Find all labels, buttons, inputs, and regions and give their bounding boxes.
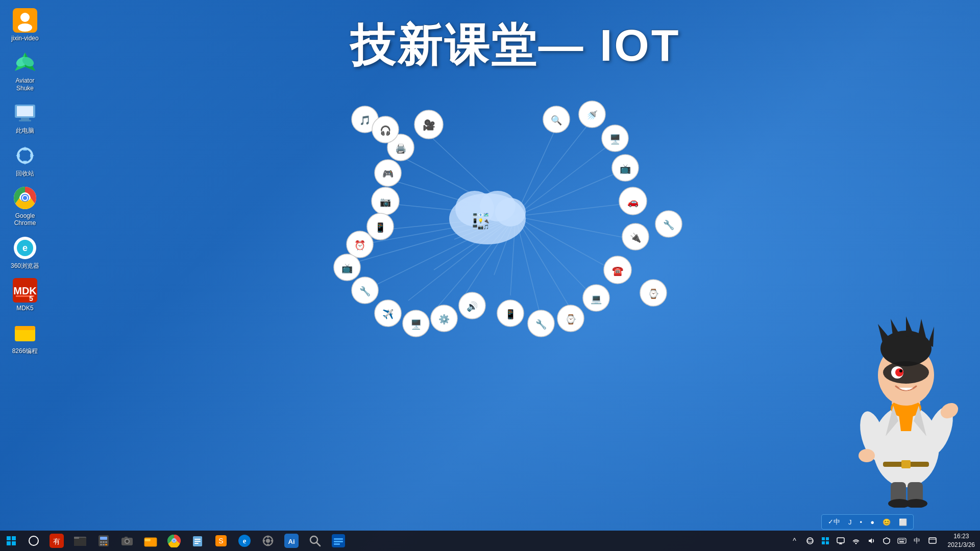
svg-text:🎥: 🎥 xyxy=(423,119,435,131)
chrome-label: GoogleChrome xyxy=(14,212,36,227)
desktop-icon-aviator-shuke[interactable]: AviatorShuke xyxy=(3,47,47,95)
tray-ime-cn[interactable]: 中 xyxy=(910,531,924,551)
tray-keyboard[interactable] xyxy=(895,531,909,551)
taskbar-search-button[interactable] xyxy=(22,531,45,551)
svg-text:🔍: 🔍 xyxy=(551,115,562,126)
taskbar: 有 xyxy=(0,531,980,551)
svg-point-166 xyxy=(173,540,175,542)
svg-text:📱💡🔌: 📱💡🔌 xyxy=(472,218,489,224)
8266-label: 8266编程 xyxy=(12,347,38,355)
ime-j[interactable]: J xyxy=(846,517,854,527)
svg-rect-168 xyxy=(194,539,201,540)
character-figure xyxy=(842,293,970,508)
svg-rect-161 xyxy=(144,539,151,541)
taskbar-camera[interactable] xyxy=(115,531,139,551)
taskbar-ai[interactable]: Ai xyxy=(280,531,303,551)
svg-rect-182 xyxy=(334,538,343,540)
svg-text:🖨️: 🖨️ xyxy=(395,143,407,154)
taskbar-app2[interactable]: S xyxy=(209,531,233,551)
desktop-icon-computer[interactable]: 此电脑 xyxy=(3,97,47,137)
svg-rect-169 xyxy=(194,541,201,542)
taskbar-blue-app[interactable] xyxy=(327,531,350,551)
svg-text:⌚: ⌚ xyxy=(565,314,577,325)
svg-text:🔊: 🔊 xyxy=(467,301,478,312)
svg-rect-153 xyxy=(103,544,105,545)
taskbar-chrome[interactable] xyxy=(162,531,186,551)
character-svg xyxy=(842,293,970,508)
ime-box[interactable]: ⬜ xyxy=(897,517,909,527)
svg-text:MDK: MDK xyxy=(13,285,37,296)
tray-monitor[interactable] xyxy=(834,531,848,551)
svg-point-14 xyxy=(23,196,27,200)
svg-rect-145 xyxy=(74,538,86,546)
taskbar-files[interactable] xyxy=(139,531,162,551)
svg-point-193 xyxy=(855,543,856,544)
start-button[interactable] xyxy=(0,531,22,551)
clock-date: 2021/3/26 xyxy=(948,541,975,549)
tray-network[interactable] xyxy=(803,531,817,551)
svg-rect-187 xyxy=(826,537,829,540)
taskbar-search-app[interactable] xyxy=(303,531,327,551)
taskbar-file-explorer[interactable] xyxy=(68,531,92,551)
360browser-label: 360浏览器 xyxy=(11,262,39,269)
tray-notification[interactable] xyxy=(925,531,940,551)
clock-time: 16:23 xyxy=(953,532,969,541)
desktop-icon-8266[interactable]: 8266编程 xyxy=(3,318,47,358)
taskbar-app1[interactable] xyxy=(186,531,209,551)
tray-windows[interactable] xyxy=(818,531,832,551)
desktop-icon-recycle[interactable]: 回收站 xyxy=(3,140,47,180)
svg-text:🔧: 🔧 xyxy=(359,286,371,297)
svg-text:🚗: 🚗 xyxy=(627,196,639,208)
recycle-label: 回收站 xyxy=(16,170,34,177)
tray-shield[interactable] xyxy=(879,531,894,551)
tray-wifi[interactable] xyxy=(849,531,863,551)
ime-emoji[interactable]: 😊 xyxy=(880,517,893,527)
svg-point-52 xyxy=(495,198,526,227)
svg-text:⏰: ⏰ xyxy=(354,240,366,251)
taskbar-settings[interactable] xyxy=(256,531,280,551)
svg-rect-154 xyxy=(105,544,107,545)
svg-point-141 xyxy=(29,536,38,545)
svg-marker-194 xyxy=(869,538,872,543)
taskbar-youdao[interactable]: 有 xyxy=(45,531,68,551)
desktop-icon-mdk5[interactable]: MDK 5 MDK5 xyxy=(3,275,47,315)
svg-text:💻📧🗺️: 💻📧🗺️ xyxy=(472,212,489,218)
chrome-icon xyxy=(13,186,37,210)
svg-rect-184 xyxy=(334,543,340,545)
taskbar-ie360[interactable]: e xyxy=(233,531,256,551)
svg-text:🚿: 🚿 xyxy=(586,110,598,121)
svg-text:🎵: 🎵 xyxy=(359,115,371,126)
svg-text:5: 5 xyxy=(29,294,33,303)
svg-marker-117 xyxy=(898,411,914,431)
svg-rect-190 xyxy=(837,538,844,543)
ime-check[interactable]: ✓中 xyxy=(826,516,842,528)
ime-bar: ✓中 J • ● 😊 ⬜ xyxy=(821,514,914,530)
svg-text:🖥️: 🖥️ xyxy=(609,134,621,145)
desktop-icon-jixin-video[interactable]: jixin-video xyxy=(3,5,47,45)
svg-rect-186 xyxy=(822,537,825,540)
svg-text:📺: 📺 xyxy=(341,263,353,274)
svg-rect-140 xyxy=(12,541,16,545)
ime-circle[interactable]: ● xyxy=(868,517,876,527)
svg-line-180 xyxy=(316,542,320,546)
desktop-icon-chrome[interactable]: GoogleChrome xyxy=(3,183,47,230)
tray-arrow[interactable]: ^ xyxy=(788,531,802,551)
svg-rect-23 xyxy=(15,326,35,330)
svg-line-45 xyxy=(516,216,572,311)
svg-point-157 xyxy=(126,540,129,543)
svg-rect-130 xyxy=(901,460,911,468)
taskbar-calculator[interactable] xyxy=(92,531,115,551)
taskbar-clock[interactable]: 16:23 2021/3/26 xyxy=(943,531,980,551)
tray-volume[interactable] xyxy=(864,531,878,551)
svg-rect-8 xyxy=(17,106,33,116)
svg-text:📱: 📱 xyxy=(375,222,386,233)
system-tray: ^ xyxy=(785,531,943,551)
svg-point-114 xyxy=(859,449,875,462)
svg-text:S: S xyxy=(218,537,223,545)
ime-dot[interactable]: • xyxy=(858,517,865,527)
svg-point-125 xyxy=(883,361,929,384)
aviator-shuke-label: AviatorShuke xyxy=(15,77,34,92)
desktop-icon-360[interactable]: e 360浏览器 xyxy=(3,233,47,272)
svg-point-185 xyxy=(807,538,813,544)
360browser-icon: e xyxy=(13,236,37,260)
